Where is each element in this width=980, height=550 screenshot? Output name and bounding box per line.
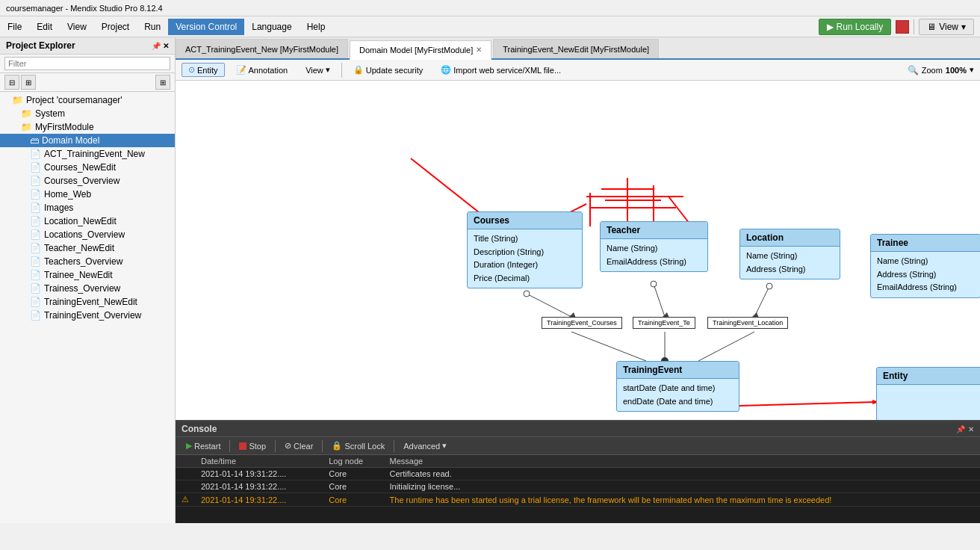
svg-line-0 bbox=[527, 294, 571, 317]
expand-icon[interactable]: ⊞ bbox=[21, 75, 36, 90]
entity-teacher[interactable]: Teacher Name (String) EmailAddress (Stri… bbox=[600, 221, 708, 272]
menu-version-control[interactable]: Version Control bbox=[168, 19, 244, 35]
entity-new[interactable]: Entity bbox=[876, 367, 980, 420]
console-sep-1 bbox=[229, 440, 230, 452]
domain-separator-1 bbox=[341, 63, 342, 78]
filter-box bbox=[0, 55, 175, 73]
pin-icon[interactable]: 📌 bbox=[152, 42, 161, 50]
tree-myfirstmodule[interactable]: 📁 MyFirstModule bbox=[0, 120, 175, 134]
advanced-chevron-icon: ▾ bbox=[442, 441, 447, 451]
console-sep-2 bbox=[275, 440, 276, 452]
file-icon-3: 📄 bbox=[30, 176, 41, 186]
annotation-tool-button[interactable]: 📝 Annotation bbox=[229, 63, 295, 77]
tree-act-trainingevent[interactable]: 📄 ACT_TrainingEvent_New bbox=[0, 147, 175, 161]
system-icon: 📁 bbox=[21, 108, 32, 119]
console-header: Console 📌 ✕ bbox=[176, 421, 980, 437]
clear-icon: ⊘ bbox=[285, 441, 291, 451]
tree-teachers-overview[interactable]: 📄 Teachers_Overview bbox=[0, 255, 175, 268]
import-button[interactable]: 🌐 Import web service/XML file... bbox=[434, 63, 568, 77]
project-icon: 📁 bbox=[12, 95, 23, 105]
tree-teacher-newedit[interactable]: 📄 Teacher_NewEdit bbox=[0, 241, 175, 255]
menu-edit[interactable]: Edit bbox=[29, 19, 60, 35]
menu-language[interactable]: Language bbox=[244, 19, 299, 35]
stop-button[interactable] bbox=[896, 20, 909, 34]
security-icon: 🔒 bbox=[353, 65, 364, 75]
tree-courses-newedit[interactable]: 📄 Courses_NewEdit bbox=[0, 161, 175, 174]
entity-trainee[interactable]: Trainee Name (String) Address (String) E… bbox=[870, 234, 980, 298]
file-icon-12: 📄 bbox=[30, 297, 41, 307]
log-row-2: 2021-01-14 19:31:22.... Core Initializin… bbox=[176, 481, 980, 493]
annotation-icon: 📝 bbox=[236, 65, 246, 75]
tree-system[interactable]: 📁 System bbox=[0, 107, 175, 120]
run-locally-button[interactable]: ▶ Run Locally bbox=[819, 19, 892, 35]
console-close-icon[interactable]: ✕ bbox=[968, 425, 974, 433]
svg-line-3 bbox=[571, 332, 646, 361]
tab-act-trainingevent[interactable]: ACT_TrainingEvent_New [MyFirstModule] bbox=[176, 39, 348, 58]
file-icon-13: 📄 bbox=[30, 310, 41, 321]
project-explorer-header: Project Explorer 📌 ✕ bbox=[0, 37, 175, 55]
view-button[interactable]: 🖥 View ▾ bbox=[919, 19, 974, 35]
entity-location[interactable]: Location Name (String) Address (String) bbox=[739, 229, 840, 279]
file-icon-2: 📄 bbox=[30, 162, 41, 173]
tab-trainingevent-newedit[interactable]: TrainingEvent_NewEdit [MyFirstModule] bbox=[493, 39, 659, 58]
tree-trainingevent-overview[interactable]: 📄 TrainingEvent_Overview bbox=[0, 309, 175, 322]
menu-bar: File Edit View Project Run Version Contr… bbox=[0, 16, 980, 37]
console-toolbar: ▶ Restart Stop ⊘ Clear 🔒 bbox=[176, 437, 980, 455]
svg-point-6 bbox=[524, 291, 530, 297]
tree-trainee-newedit[interactable]: 📄 Trainee_NewEdit bbox=[0, 268, 175, 282]
layout-icon[interactable]: ⊞ bbox=[155, 75, 170, 90]
clear-button[interactable]: ⊘ Clear bbox=[280, 439, 317, 452]
log-col-datetime: Date/time bbox=[195, 455, 323, 468]
advanced-button[interactable]: Advanced ▾ bbox=[399, 439, 451, 452]
svg-line-2 bbox=[754, 286, 769, 317]
file-icon-5: 📄 bbox=[30, 203, 41, 213]
tree-domain-model[interactable]: 🗃 Domain Model bbox=[0, 134, 175, 147]
view-tool-button[interactable]: View ▾ bbox=[299, 63, 337, 77]
restart-button[interactable]: ▶ Restart bbox=[182, 439, 225, 452]
entity-trainingevent-body: startDate (Date and time) endDate (Date … bbox=[617, 379, 739, 411]
collapse-icon[interactable]: ⊟ bbox=[4, 75, 19, 90]
stop-console-button[interactable]: Stop bbox=[235, 440, 270, 452]
console-pin-icon[interactable]: 📌 bbox=[956, 425, 965, 433]
tree-locations-overview[interactable]: 📄 Locations_Overview bbox=[0, 228, 175, 241]
domain-canvas[interactable]: Courses Title (String) Description (Stri… bbox=[176, 81, 980, 420]
zoom-search-icon: 🔍 bbox=[908, 65, 919, 75]
entity-tool-button[interactable]: ⊙ Entity bbox=[182, 63, 225, 77]
file-icon-7: 📄 bbox=[30, 229, 41, 240]
update-security-button[interactable]: 🔒 Update security bbox=[347, 63, 429, 77]
tree-courses-overview[interactable]: 📄 Courses_Overview bbox=[0, 174, 175, 188]
tree-images[interactable]: 📄 Images bbox=[0, 201, 175, 214]
module-icon: 📁 bbox=[21, 122, 32, 132]
chevron-down-icon: ▾ bbox=[961, 22, 966, 32]
log-col-icon bbox=[176, 455, 195, 468]
tree-trainess-overview[interactable]: 📄 Trainess_Overview bbox=[0, 282, 175, 295]
tabs-bar: ACT_TrainingEvent_New [MyFirstModule] Do… bbox=[176, 37, 980, 60]
lock-icon: 🔒 bbox=[332, 441, 342, 451]
tab-close-icon[interactable]: ✕ bbox=[476, 46, 482, 54]
tree-home-web[interactable]: 📄 Home_Web bbox=[0, 188, 175, 201]
entity-trainee-body: Name (String) Address (String) EmailAddr… bbox=[871, 252, 980, 297]
menu-help[interactable]: Help bbox=[300, 19, 333, 35]
menu-file[interactable]: File bbox=[0, 19, 29, 35]
menu-project[interactable]: Project bbox=[94, 19, 137, 35]
svg-line-5 bbox=[698, 332, 754, 361]
svg-point-7 bbox=[651, 281, 657, 287]
console-sep-4 bbox=[394, 440, 394, 452]
tab-domain-model[interactable]: Domain Model [MyFirstModule] ✕ bbox=[350, 40, 491, 60]
view-chevron-icon: ▾ bbox=[326, 65, 330, 75]
close-panel-icon[interactable]: ✕ bbox=[163, 42, 169, 50]
file-icon-11: 📄 bbox=[30, 283, 41, 294]
filter-input[interactable] bbox=[4, 57, 170, 70]
file-icon-4: 📄 bbox=[30, 189, 41, 200]
entity-courses[interactable]: Courses Title (String) Description (Stri… bbox=[467, 211, 583, 288]
tree-location-newedit[interactable]: 📄 Location_NewEdit bbox=[0, 214, 175, 228]
menu-view[interactable]: View bbox=[60, 19, 94, 35]
entity-teacher-body: Name (String) EmailAddress (String) bbox=[601, 239, 707, 271]
tree-project[interactable]: 📁 Project 'coursemanager' bbox=[0, 93, 175, 107]
assoc-courses: TrainingEvent_Courses bbox=[542, 317, 622, 329]
log-col-message: Message bbox=[384, 455, 980, 468]
menu-run[interactable]: Run bbox=[137, 19, 168, 35]
tree-trainingevent-newedit[interactable]: 📄 TrainingEvent_NewEdit bbox=[0, 295, 175, 309]
entity-trainingevent[interactable]: TrainingEvent startDate (Date and time) … bbox=[616, 361, 739, 412]
scroll-lock-button[interactable]: 🔒 Scroll Lock bbox=[327, 439, 389, 452]
